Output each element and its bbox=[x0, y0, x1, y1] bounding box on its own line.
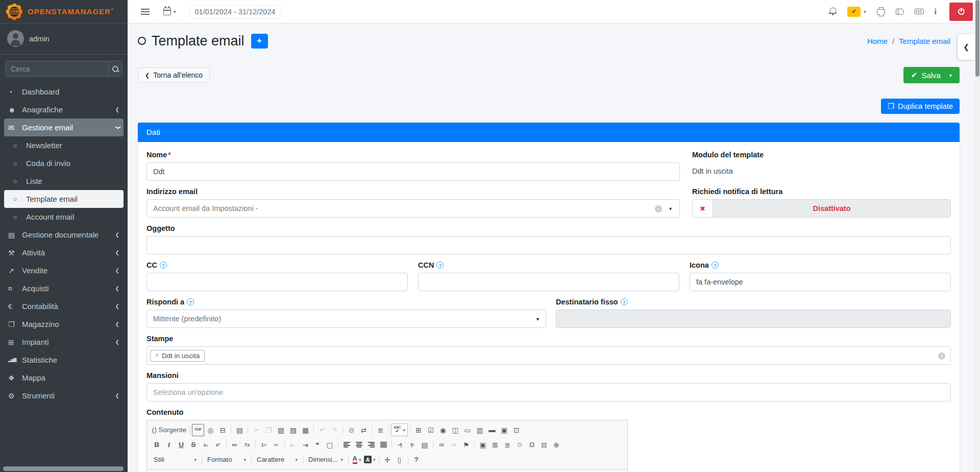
replace-icon[interactable]: ⇄ bbox=[357, 424, 370, 436]
maximize-icon[interactable]: ✛ bbox=[381, 454, 394, 466]
oggetto-input[interactable] bbox=[146, 236, 951, 254]
help-icon[interactable]: ? bbox=[160, 262, 167, 269]
help-icon[interactable]: ? bbox=[187, 298, 194, 305]
save-button[interactable]: ✔ Salva ▾ bbox=[903, 67, 960, 83]
indirizzo-email-select[interactable]: Account email da Impostazioni - × ▼ bbox=[146, 199, 680, 218]
sidebar-item-coda-di-invio[interactable]: ○Coda di invio bbox=[4, 154, 124, 172]
page-break-icon[interactable]: ⊟ bbox=[538, 439, 550, 451]
stampe-multiselect[interactable]: × Ddt in uscita × bbox=[146, 346, 951, 365]
outdent-icon[interactable]: ⇤ bbox=[287, 439, 299, 451]
sidebar-item-statistiche[interactable]: ▂▅▇Statistiche bbox=[4, 351, 124, 369]
link-icon[interactable]: ∞ bbox=[435, 439, 448, 451]
back-to-list-button[interactable]: ❮ Torna all'elenco bbox=[138, 67, 210, 83]
copy-icon[interactable]: ❐ bbox=[262, 424, 275, 436]
preview-icon[interactable]: ◎ bbox=[204, 424, 216, 436]
hamburger-menu-icon[interactable] bbox=[141, 7, 151, 17]
notifica-toggle[interactable]: ✖ Disattivato bbox=[692, 199, 951, 218]
smiley-icon[interactable]: ☺ bbox=[513, 439, 526, 451]
logout-button[interactable] bbox=[949, 3, 973, 21]
sidebar-item-attivita[interactable]: ⚒Attività❮ bbox=[4, 244, 124, 262]
numbered-list-icon[interactable]: 1≡ bbox=[258, 439, 270, 451]
sidebar-item-vendite[interactable]: ↗Vendite❮ bbox=[4, 262, 124, 279]
scrollbar-thumb[interactable] bbox=[975, 0, 979, 77]
form-icon[interactable]: ⊞ bbox=[412, 424, 425, 436]
tag-remove-icon[interactable]: × bbox=[155, 352, 159, 359]
help-icon[interactable]: ? bbox=[436, 262, 444, 269]
bidi-rtl-icon[interactable]: ¶‹ bbox=[406, 439, 419, 451]
sidebar-item-anagrafiche[interactable]: ☻Anagrafiche❮ bbox=[4, 101, 124, 119]
paste-word-icon[interactable]: ▦ bbox=[299, 424, 311, 436]
language-icon[interactable]: ▤ bbox=[419, 439, 431, 451]
ccn-input[interactable] bbox=[418, 273, 679, 291]
calendar-picker[interactable]: ▾ bbox=[163, 8, 176, 15]
align-center-icon[interactable] bbox=[353, 439, 365, 451]
font-combo[interactable]: Carattere▾ bbox=[254, 454, 301, 466]
blockquote-icon[interactable]: ❝ bbox=[311, 439, 324, 451]
select-all-icon[interactable]: ≣ bbox=[374, 424, 386, 436]
sidebar-item-template-email[interactable]: ○Template email bbox=[4, 190, 124, 208]
sidebar-item-strumenti[interactable]: ⚙Strumenti❮ bbox=[4, 387, 124, 405]
info-icon[interactable]: i bbox=[935, 7, 937, 16]
textarea-icon[interactable]: ▭ bbox=[461, 424, 474, 436]
sidebar-item-mappa[interactable]: ❖Mappa bbox=[4, 369, 124, 387]
size-combo[interactable]: Dimensi...▾ bbox=[305, 454, 346, 466]
sidebar-item-account-email[interactable]: ○Account email bbox=[4, 208, 124, 226]
remove-format-icon[interactable]: Tx bbox=[241, 439, 253, 451]
docs-book-icon[interactable] bbox=[896, 9, 904, 15]
redo-icon[interactable]: ↷ bbox=[328, 424, 340, 436]
special-char-icon[interactable]: Ω bbox=[526, 439, 538, 451]
spellcheck-button[interactable]: ABC✔▾ bbox=[391, 423, 408, 436]
sidebar-item-dashboard[interactable]: ◔Dashboard bbox=[4, 83, 124, 101]
print-icon[interactable]: ⊟ bbox=[216, 424, 229, 436]
x-icon[interactable]: ✖ bbox=[693, 200, 713, 217]
div-icon[interactable]: ▢ bbox=[324, 439, 336, 451]
help-icon[interactable]: ? bbox=[621, 298, 628, 305]
sidebar-item-magazzino[interactable]: ❒Magazzino❮ bbox=[4, 315, 124, 333]
status-check-dropdown[interactable]: ✔ ▾ bbox=[847, 7, 866, 17]
cc-input[interactable] bbox=[146, 273, 408, 291]
sidebar-item-newsletter[interactable]: ○Newsletter bbox=[4, 136, 124, 154]
sidebar-item-impianti[interactable]: ⊞Impianti❮ bbox=[4, 333, 124, 351]
keyboard-shortcuts-icon[interactable] bbox=[915, 9, 924, 14]
search-button[interactable] bbox=[108, 61, 122, 77]
add-template-button[interactable]: + bbox=[251, 34, 268, 49]
clear-icon[interactable]: × bbox=[938, 352, 945, 360]
page-scrollbar[interactable] bbox=[975, 0, 980, 472]
sidebar-item-contabilita[interactable]: €Contabilità❮ bbox=[4, 297, 124, 315]
print-icon[interactable] bbox=[877, 9, 885, 15]
iframe-icon[interactable]: ⊕ bbox=[550, 439, 562, 451]
radio-icon[interactable]: ◉ bbox=[437, 424, 449, 436]
button-icon[interactable]: ▬ bbox=[486, 424, 498, 436]
clear-icon[interactable]: × bbox=[655, 205, 662, 213]
unlink-icon[interactable]: ∞ bbox=[448, 439, 460, 451]
about-icon[interactable]: ? bbox=[410, 454, 423, 466]
sidebar-item-gestione-documentale[interactable]: ▤Gestione documentale❮ bbox=[4, 226, 124, 244]
table-icon[interactable]: ⊞ bbox=[489, 439, 501, 451]
search-input[interactable] bbox=[5, 61, 108, 77]
find-icon[interactable]: ⊙ bbox=[345, 424, 357, 436]
help-icon[interactable]: ? bbox=[712, 262, 719, 269]
duplicate-template-button[interactable]: ❐ Duplica template bbox=[881, 99, 960, 114]
text-field-icon[interactable]: ◫ bbox=[449, 424, 461, 436]
styles-combo[interactable]: Stili▾ bbox=[151, 454, 200, 466]
bg-color-button[interactable]: A▾ bbox=[363, 454, 377, 466]
bold-button[interactable]: B bbox=[151, 439, 163, 451]
rispondi-a-select[interactable]: Mittente (predefinito) ▼ bbox=[146, 310, 546, 328]
cut-icon[interactable]: ✂ bbox=[250, 424, 262, 436]
superscript-button[interactable]: x² bbox=[212, 439, 224, 451]
sidebar-item-gestione-email[interactable]: ✉Gestione email❮ bbox=[4, 119, 124, 136]
align-justify-icon[interactable] bbox=[377, 439, 389, 451]
align-left-icon[interactable] bbox=[340, 439, 353, 451]
align-right-icon[interactable] bbox=[365, 439, 377, 451]
icona-input[interactable] bbox=[690, 273, 951, 291]
select-field-icon[interactable]: ▥ bbox=[474, 424, 486, 436]
sidebar-item-acquisti[interactable]: ¤Acquisti❮ bbox=[4, 279, 124, 297]
anchor-icon[interactable]: ⚑ bbox=[460, 439, 472, 451]
format-combo[interactable]: Formato▾ bbox=[204, 454, 249, 466]
undo-icon[interactable]: ↶ bbox=[316, 424, 328, 436]
paste-text-icon[interactable]: ▧ bbox=[287, 424, 299, 436]
info-panel-toggle[interactable]: ❮ bbox=[958, 34, 975, 60]
copy-formatting-icon[interactable]: ✏ bbox=[229, 439, 241, 451]
source-button[interactable]: ⟨⟩Sorgente bbox=[151, 424, 187, 436]
hr-icon[interactable]: ≣ bbox=[501, 439, 513, 451]
